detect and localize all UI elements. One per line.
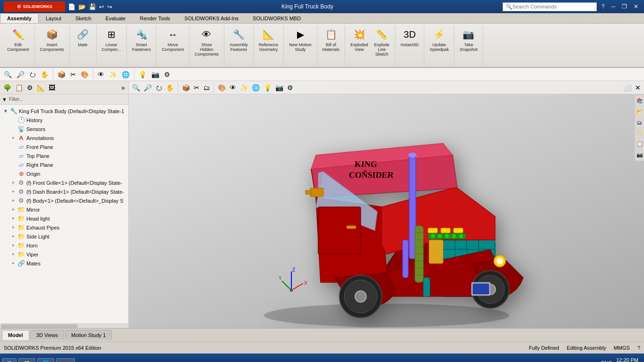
panel-hscrollbar[interactable] bbox=[0, 323, 128, 328]
pan-btn[interactable]: ✋ bbox=[39, 70, 50, 79]
tree-item-top-plane[interactable]: ▱ Top Plane bbox=[0, 151, 128, 160]
status-help-icon[interactable]: ? bbox=[637, 345, 640, 351]
tree-item-mates[interactable]: + 🔗 Mates bbox=[0, 259, 128, 268]
vp-orient-btn[interactable]: 📦 bbox=[181, 83, 191, 92]
btn-instant3d[interactable]: 3D Instant3D bbox=[398, 25, 421, 49]
tree-item-side-light[interactable]: + 📁 Side Light bbox=[0, 232, 128, 241]
camera-btn[interactable]: 📷 bbox=[149, 70, 161, 79]
vp-zoom-area-btn[interactable]: 🔎 bbox=[142, 83, 153, 92]
help-icon[interactable]: ? bbox=[600, 3, 607, 10]
start-button[interactable]: ⊞ bbox=[2, 358, 17, 362]
tab-evaluate[interactable]: Evaluate bbox=[99, 13, 133, 23]
tree-item-dash-board[interactable]: + ⚙ (f) Dash Board<1> (Default<Display S… bbox=[0, 187, 128, 196]
rp-custom-properties-btn[interactable]: 📋 bbox=[636, 140, 644, 148]
close-btn[interactable]: ✕ bbox=[632, 3, 640, 10]
tree-item-exhaust-pipes[interactable]: + 📁 Exhaust Pipes bbox=[0, 223, 128, 232]
tree-item-front-grille[interactable]: + ⚙ (f) Front Grille<1> (Default<Display… bbox=[0, 178, 128, 187]
tree-item-viper[interactable]: + 📁 Viper bbox=[0, 250, 128, 259]
vp-hide-show-btn[interactable]: 👁 bbox=[228, 83, 238, 92]
settings-btn[interactable]: ⚙ bbox=[162, 70, 172, 79]
tab-mbd[interactable]: SOLIDWORKS MBD bbox=[246, 13, 308, 23]
btn-mate[interactable]: 🔗 Mate bbox=[73, 25, 93, 49]
tab-sketch[interactable]: Sketch bbox=[68, 13, 99, 23]
section-view-btn[interactable]: ✂ bbox=[68, 70, 78, 79]
btn-reference-geometry[interactable]: 📐 ReferenceGeometry bbox=[256, 25, 281, 54]
vp-zoom-fit-btn[interactable]: 🔍 bbox=[131, 83, 141, 92]
vp-scene-btn[interactable]: 🌐 bbox=[250, 83, 261, 92]
tab-assembly[interactable]: Assembly bbox=[0, 13, 39, 23]
taskbar-explorer[interactable]: 📁 bbox=[18, 358, 35, 362]
tree-item-annotations[interactable]: + A Annotations bbox=[0, 133, 128, 142]
dim-xpert-tab[interactable]: 📐 bbox=[35, 83, 46, 92]
appearances-btn[interactable]: ✨ bbox=[107, 70, 119, 79]
taskbar-solidworks[interactable]: SW bbox=[56, 358, 75, 362]
btn-edit-component[interactable]: ✏️ EditComponent bbox=[5, 25, 32, 54]
btn-insert-components[interactable]: 📦 InsertComponents bbox=[38, 25, 66, 54]
vp-close-btn[interactable]: ✕ bbox=[634, 83, 642, 92]
tree-item-head-light[interactable]: + 📁 Head light bbox=[0, 214, 128, 223]
zoom-to-fit-btn[interactable]: 🔍 bbox=[2, 70, 14, 79]
view-orient-btn[interactable]: 📦 bbox=[56, 70, 67, 79]
scene-btn[interactable]: 🌐 bbox=[120, 70, 132, 79]
vp-lighting-btn[interactable]: 💡 bbox=[262, 83, 273, 92]
display-style-btn[interactable]: 🎨 bbox=[79, 70, 91, 79]
btn-assembly-features[interactable]: 🔧 AssemblyFeatures bbox=[227, 25, 250, 54]
vp-display-style-btn[interactable]: 🎨 bbox=[216, 83, 227, 92]
rp-appearances-btn[interactable]: ✨ bbox=[636, 129, 644, 137]
viewport[interactable]: 🔍 🔎 ⭮ ✋ 📦 ✂ 🗂 🎨 👁 ✨ 🌐 💡 📷 ⚙ ⬜ ✕ bbox=[129, 81, 644, 328]
tab-3d-views[interactable]: 3D Views bbox=[30, 330, 64, 340]
rp-snagit-btn[interactable]: 📷 bbox=[636, 151, 644, 159]
save-btn[interactable]: 💾 bbox=[89, 3, 96, 10]
vp-maximize-btn[interactable]: ⬜ bbox=[622, 83, 633, 92]
tree-item-history[interactable]: 🕐 History bbox=[0, 115, 128, 124]
vp-rotate-view-btn[interactable]: ⭮ bbox=[154, 83, 164, 92]
btn-new-motion-study[interactable]: ▶ New MotionStudy bbox=[287, 25, 314, 54]
vp-appearances-btn[interactable]: ✨ bbox=[239, 83, 249, 92]
rotate-btn[interactable]: ⭮ bbox=[27, 70, 38, 79]
tree-item-body[interactable]: + ⚙ (f) Body<1> (Default<<Default>_Displ… bbox=[0, 196, 128, 205]
btn-smart-fasteners[interactable]: 🔩 SmartFasteners bbox=[130, 25, 153, 54]
rp-file-explorer-btn[interactable]: 📂 bbox=[636, 108, 644, 116]
new-btn[interactable]: 📄 bbox=[68, 3, 75, 10]
btn-linear-component[interactable]: ⊞ LinearCompon... bbox=[99, 25, 124, 54]
btn-exploded-view[interactable]: 💥 ExplodedView bbox=[348, 25, 371, 54]
tab-addins[interactable]: SOLIDWORKS Add-Ins bbox=[177, 13, 246, 23]
lighting-btn[interactable]: 💡 bbox=[137, 70, 149, 79]
tab-motion-study-1[interactable]: Motion Study 1 bbox=[65, 330, 112, 340]
tree-item-mirror[interactable]: + 📁 Mirror bbox=[0, 205, 128, 214]
property-manager-tab[interactable]: 📋 bbox=[14, 83, 25, 92]
zoom-in-btn[interactable]: 🔎 bbox=[15, 70, 26, 79]
vp-view-palette-btn[interactable]: 🗂 bbox=[202, 83, 211, 92]
btn-take-snapshot[interactable]: 📷 TakeSnapshot bbox=[457, 25, 480, 54]
vp-settings-btn[interactable]: ⚙ bbox=[286, 83, 295, 92]
rp-design-library-btn[interactable]: 📚 bbox=[636, 97, 644, 105]
rp-view-palette-btn[interactable]: 🗂 bbox=[636, 119, 643, 126]
redo-btn[interactable]: ↪ bbox=[107, 3, 112, 10]
vp-pan-view-btn[interactable]: ✋ bbox=[165, 83, 175, 92]
undo-btn[interactable]: ↩ bbox=[99, 3, 104, 10]
search-box[interactable]: 🔍 bbox=[503, 2, 597, 11]
tree-item-right-plane[interactable]: ▱ Right Plane bbox=[0, 160, 128, 169]
taskbar-chrome[interactable]: 🌐 bbox=[37, 358, 54, 362]
tree-item-horn[interactable]: + 📁 Horn bbox=[0, 241, 128, 250]
feature-manager-tab[interactable]: 🌳 bbox=[2, 83, 13, 92]
tree-item-origin[interactable]: ⊕ Origin bbox=[0, 169, 128, 178]
minimize-btn[interactable]: ─ bbox=[609, 3, 617, 10]
tab-render-tools[interactable]: Render Tools bbox=[132, 13, 177, 23]
panel-hscroll-thumb[interactable] bbox=[1, 324, 78, 328]
vp-section-view-btn[interactable]: ✂ bbox=[192, 83, 201, 92]
panel-expand-btn[interactable]: » bbox=[120, 83, 126, 92]
tab-layout[interactable]: Layout bbox=[39, 13, 68, 23]
btn-update-speedpak[interactable]: ⚡ UpdateSpeedpak bbox=[427, 25, 451, 54]
vp-camera-btn[interactable]: 📷 bbox=[274, 83, 285, 92]
open-btn[interactable]: 📂 bbox=[78, 3, 86, 10]
btn-explode-line-sketch[interactable]: 📏 ExplodeLineSketch bbox=[372, 25, 392, 58]
tree-root-item[interactable]: ▼ 🔧 King Full Truck Body (Default<Displa… bbox=[0, 107, 128, 115]
btn-move-component[interactable]: ↔ MoveComponent bbox=[159, 25, 186, 54]
btn-show-hidden[interactable]: 👁 ShowHiddenComponents bbox=[192, 25, 221, 58]
config-manager-tab[interactable]: ⚙ bbox=[25, 83, 34, 92]
restore-btn[interactable]: ❐ bbox=[620, 3, 629, 10]
hide-show-btn[interactable]: 👁 bbox=[96, 70, 106, 79]
tree-item-sensors[interactable]: 📡 Sensors bbox=[0, 124, 128, 133]
search-input[interactable] bbox=[512, 4, 588, 9]
